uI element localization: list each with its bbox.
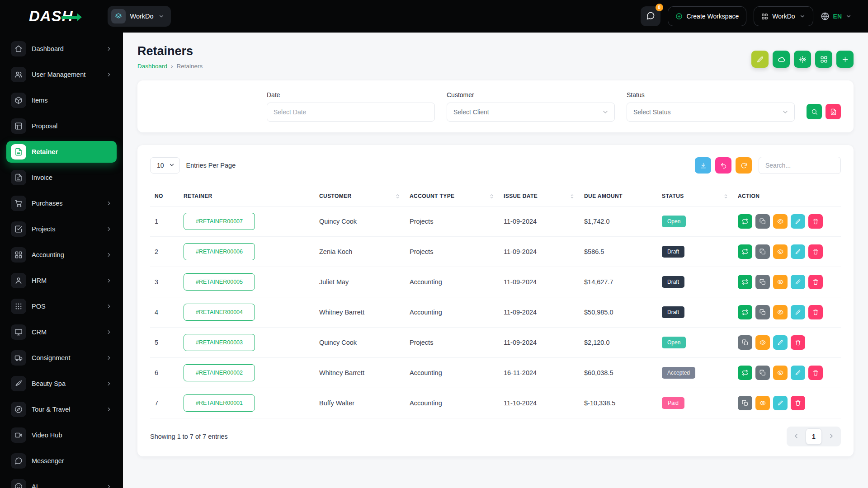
delete-button[interactable] <box>808 275 823 289</box>
edit-button[interactable] <box>773 396 788 410</box>
edit-button[interactable] <box>791 366 805 380</box>
messages-button[interactable]: 0 <box>641 6 660 26</box>
column-header-account-type[interactable]: ACCOUNT TYPE <box>405 186 499 206</box>
convert-button[interactable] <box>738 244 752 259</box>
view-button[interactable] <box>755 335 770 350</box>
view-button[interactable] <box>773 275 788 289</box>
sidebar-item-consignment[interactable]: Consignment <box>6 347 117 369</box>
sidebar-item-video-hub[interactable]: Video Hub <box>6 424 117 446</box>
duplicate-button[interactable] <box>755 275 770 289</box>
row-actions <box>738 335 836 350</box>
duplicate-button[interactable] <box>755 366 770 380</box>
undo-button[interactable] <box>715 157 731 174</box>
copy-icon <box>742 400 748 406</box>
edit-button[interactable] <box>791 214 805 229</box>
pagination-page-button[interactable]: 1 <box>806 428 822 445</box>
create-retainer-button[interactable] <box>836 51 854 68</box>
date-input[interactable] <box>267 103 435 122</box>
delete-button[interactable] <box>808 305 823 319</box>
sidebar-item-ai[interactable]: AI <box>6 476 117 488</box>
retainer-number-button[interactable]: #RETAINER00002 <box>184 364 255 381</box>
retainer-number-button[interactable]: #RETAINER00001 <box>184 394 255 412</box>
column-header-issue-date[interactable]: ISSUE DATE <box>499 186 580 206</box>
duplicate-button[interactable] <box>738 396 752 410</box>
delete-button[interactable] <box>808 366 823 380</box>
table-row: 5#RETAINER00003Quincy CookProjects11-09-… <box>150 328 841 358</box>
duplicate-button[interactable] <box>755 305 770 319</box>
status-select[interactable]: Select Status <box>627 103 795 122</box>
workspace-switcher[interactable]: WorkDo <box>108 6 171 27</box>
edit-button[interactable] <box>791 275 805 289</box>
filter-card: Date Customer Select Client Status Selec… <box>137 80 854 132</box>
language-selector[interactable]: EN <box>821 12 852 21</box>
clear-filter-button[interactable] <box>826 104 841 119</box>
edit-button[interactable] <box>791 244 805 259</box>
sidebar-item-invoice[interactable]: Invoice <box>6 167 117 188</box>
convert-button[interactable] <box>738 214 752 229</box>
workspace-menu-label: WorkDo <box>772 13 795 20</box>
sidebar-item-retainer[interactable]: Retainer <box>6 141 117 163</box>
quick-edit-button[interactable] <box>751 51 769 68</box>
sidebar-item-messenger[interactable]: Messenger <box>6 450 117 472</box>
sidebar-item-tour-travel[interactable]: Tour & Travel <box>6 399 117 420</box>
delete-button[interactable] <box>808 214 823 229</box>
sidebar-item-proposal[interactable]: Proposal <box>6 115 117 137</box>
view-button[interactable] <box>755 396 770 410</box>
column-header-customer[interactable]: CUSTOMER <box>315 186 405 206</box>
delete-button[interactable] <box>791 396 805 410</box>
view-button[interactable] <box>773 244 788 259</box>
duplicate-button[interactable] <box>738 335 752 350</box>
duplicate-button[interactable] <box>755 244 770 259</box>
entries-per-page-select[interactable]: 10 <box>150 157 180 174</box>
convert-button[interactable] <box>738 366 752 380</box>
refresh-button[interactable] <box>736 157 752 174</box>
column-header-status[interactable]: STATUS <box>657 186 733 206</box>
convert-button[interactable] <box>738 305 752 319</box>
breadcrumb-current: Retainers <box>177 63 203 70</box>
delete-button[interactable] <box>791 335 805 350</box>
repeat-icon <box>742 249 748 255</box>
sidebar-item-beauty-spa[interactable]: Beauty Spa <box>6 373 117 394</box>
pagination-next-button[interactable] <box>824 429 839 444</box>
retainer-number-button[interactable]: #RETAINER00003 <box>184 334 255 351</box>
layout-icon <box>14 122 23 130</box>
convert-button[interactable] <box>738 275 752 289</box>
edit-button[interactable] <box>773 335 788 350</box>
trash-icon <box>795 400 801 406</box>
sidebar-item-pos[interactable]: POS <box>6 296 117 317</box>
view-button[interactable] <box>773 305 788 319</box>
duplicate-button[interactable] <box>755 214 770 229</box>
chat-icon <box>646 11 655 20</box>
create-workspace-button[interactable]: Create Workspace <box>668 6 747 26</box>
workspace-menu-button[interactable]: WorkDo <box>754 6 813 26</box>
sidebar-item-projects[interactable]: Projects <box>6 218 117 240</box>
sidebar-item-crm[interactable]: CRM <box>6 321 117 343</box>
view-button[interactable] <box>773 214 788 229</box>
delete-button[interactable] <box>808 244 823 259</box>
sidebar-item-hrm[interactable]: HRM <box>6 270 117 291</box>
app-logo[interactable]: DASH <box>29 8 78 25</box>
export-button[interactable] <box>773 51 790 68</box>
pagination-prev-button[interactable] <box>788 429 804 444</box>
retainer-number-button[interactable]: #RETAINER00005 <box>184 273 255 291</box>
retainer-number-button[interactable]: #RETAINER00006 <box>184 243 255 260</box>
eye-icon <box>777 218 783 225</box>
apps-button[interactable] <box>815 51 832 68</box>
retainer-number-button[interactable]: #RETAINER00004 <box>184 304 255 321</box>
sidebar-item-items[interactable]: Items <box>6 89 117 111</box>
customer-select[interactable]: Select Client <box>447 103 615 122</box>
retainer-number-button[interactable]: #RETAINER00007 <box>184 213 255 230</box>
sidebar-item-user-management[interactable]: User Management <box>6 64 117 85</box>
apply-filter-button[interactable] <box>807 104 822 119</box>
edit-button[interactable] <box>791 305 805 319</box>
row-actions <box>738 214 836 229</box>
sidebar-item-dashboard[interactable]: Dashboard <box>6 38 117 60</box>
trash-icon <box>812 309 819 315</box>
settings-button[interactable] <box>794 51 811 68</box>
view-button[interactable] <box>773 366 788 380</box>
sidebar-item-purchases[interactable]: Purchases <box>6 192 117 214</box>
sidebar-item-accounting[interactable]: Accounting <box>6 244 117 266</box>
download-button[interactable] <box>695 157 711 174</box>
breadcrumb-dashboard-link[interactable]: Dashboard <box>137 63 167 70</box>
table-search-input[interactable] <box>759 157 841 174</box>
